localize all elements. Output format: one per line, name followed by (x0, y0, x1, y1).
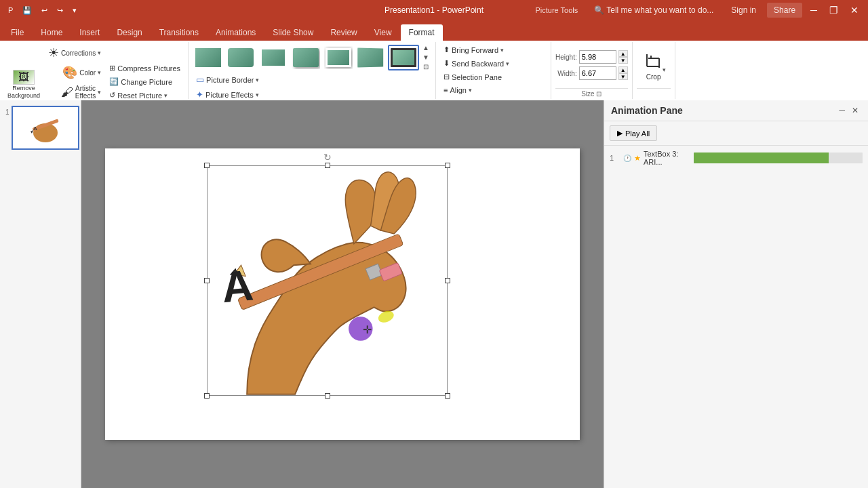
customize-qat[interactable]: ▾ (70, 5, 79, 16)
pic-style-3[interactable] (258, 45, 289, 70)
tab-slide-show[interactable]: Slide Show (264, 24, 321, 41)
corrections-button[interactable]: ☀ Corrections ▾ (45, 43, 104, 62)
animation-list: 1 🕐 ★ TextBox 3: ARI... (604, 146, 868, 488)
size-group-label: Size ⊡ (555, 88, 628, 98)
play-all-button[interactable]: ▶ Play All (610, 125, 657, 141)
slide-thumbnail[interactable]: A (12, 106, 79, 150)
tab-insert[interactable]: Insert (71, 24, 108, 41)
pic-style-2[interactable] (225, 45, 256, 70)
tab-design[interactable]: Design (108, 24, 150, 41)
slide-canvas[interactable]: 1 ↻ (105, 148, 580, 440)
tab-file[interactable]: File (3, 24, 32, 41)
gallery-more[interactable]: ⊡ (420, 62, 431, 71)
change-picture-button[interactable]: 🔄 Change Picture (106, 75, 184, 88)
bring-forward-button[interactable]: ⬆ Bring Forward ▾ (440, 43, 507, 56)
compress-label: Compress Pictures (117, 64, 180, 73)
animation-pane-header: Animation Pane ─ ✕ (604, 100, 868, 121)
cursor-indicator: ✛ (363, 323, 372, 336)
corrections-label: Corrections (61, 49, 96, 57)
slide-panel: 1 ★ A (0, 100, 81, 488)
gallery-scroll-down[interactable]: ▼ (420, 53, 431, 62)
handle-top-right[interactable] (445, 163, 450, 168)
change-icon: 🔄 (109, 77, 119, 86)
tab-animations[interactable]: Animations (208, 24, 264, 41)
tab-view[interactable]: View (366, 24, 400, 41)
width-input[interactable] (579, 66, 616, 80)
height-up[interactable]: ▲ (618, 50, 628, 57)
remove-background-button[interactable]: 🖼 RemoveBackground (4, 68, 43, 102)
ribbon-group-crop: ▾ Crop (633, 42, 675, 99)
rotate-handle[interactable]: ↻ (322, 152, 333, 163)
anim-bar-container (694, 152, 863, 163)
pic-style-1[interactable] (193, 45, 224, 70)
handle-bottom-right[interactable] (445, 393, 450, 399)
selection-pane-label: Selection Pane (452, 73, 502, 81)
adjust-content: 🖼 RemoveBackground ☀ Corrections ▾ 🎨 Col… (4, 43, 184, 102)
pic-style-5[interactable] (323, 45, 354, 70)
crop-button[interactable]: ▾ Crop (637, 47, 671, 84)
animation-pane-collapse[interactable]: ─ (836, 104, 848, 117)
save-qat[interactable]: 💾 (20, 5, 35, 16)
height-down[interactable]: ▼ (618, 57, 628, 64)
tab-transitions[interactable]: Transitions (151, 24, 207, 41)
selection-border (207, 165, 448, 396)
size-content: Height: ▲ ▼ Width: ▲ ▼ (555, 43, 628, 87)
handle-bottom-middle[interactable] (325, 393, 330, 399)
anim-item-number: 1 (610, 154, 620, 162)
handle-bottom-left[interactable] (204, 393, 210, 399)
tab-format[interactable]: Format (401, 24, 443, 41)
title-bar-left: P 💾 ↩ ↪ ▾ (5, 5, 79, 16)
reset-icon: ↺ (109, 91, 115, 100)
width-up[interactable]: ▲ (618, 66, 628, 73)
tell-me[interactable]: 🔍 Tell me what you want to do... (587, 3, 720, 18)
undo-qat[interactable]: ↩ (39, 5, 50, 16)
artistic-effects-button[interactable]: 🖌 ArtisticEffects ▾ (45, 83, 104, 102)
handle-top-left[interactable] (204, 163, 210, 168)
tab-home[interactable]: Home (33, 24, 71, 41)
animation-pane-close[interactable]: ✕ (849, 104, 861, 117)
sign-in-button[interactable]: Sign in (724, 3, 763, 18)
main-area: 1 ★ A (0, 100, 868, 488)
pic-style-7[interactable] (388, 45, 419, 70)
title-bar-right: Picture Tools 🔍 Tell me what you want to… (535, 3, 863, 18)
align-label: Align (450, 86, 466, 94)
gallery-scroll-up[interactable]: ▲ (420, 43, 431, 52)
picture-effects-button[interactable]: ✦ Picture Effects ▾ (193, 87, 431, 102)
close-button[interactable]: ✕ (846, 3, 863, 17)
minimize-button[interactable]: ─ (806, 3, 821, 17)
canvas-area: 1 ↻ (81, 100, 604, 488)
redo-qat[interactable]: ↪ (54, 5, 66, 16)
tell-me-label: Tell me what you want to do... (606, 5, 713, 15)
tab-review[interactable]: Review (322, 24, 365, 41)
color-button[interactable]: 🎨 Color ▾ (45, 63, 104, 82)
align-button[interactable]: ≡ Align ▾ (440, 84, 475, 96)
artistic-effects-label: ArtisticEffects (75, 85, 96, 100)
height-input[interactable] (579, 50, 616, 64)
selected-image[interactable]: ↻ (207, 165, 448, 396)
remove-bg-label: RemoveBackground (7, 85, 40, 100)
anim-star-icon: ★ (634, 154, 641, 163)
selection-pane-button[interactable]: ⊟ Selection Pane (440, 70, 505, 83)
width-down[interactable]: ▼ (618, 73, 628, 80)
handle-middle-right[interactable] (445, 278, 450, 283)
color-label: Color (79, 69, 96, 77)
play-icon: ▶ (617, 129, 623, 138)
ribbon-tabs: File Home Insert Design Transitions Anim… (0, 20, 868, 41)
app-title: Presentation1 - PowerPoint (384, 5, 484, 15)
pic-style-6[interactable] (355, 45, 387, 70)
compress-pictures-button[interactable]: ⊞ Compress Pictures (106, 62, 184, 75)
share-button[interactable]: Share (767, 3, 802, 18)
animation-item-1[interactable]: 1 🕐 ★ TextBox 3: ARI... (607, 148, 865, 167)
crop-icon (644, 52, 663, 70)
effects-icon: ✦ (196, 89, 203, 100)
pic-style-4[interactable] (290, 45, 321, 70)
reset-label: Reset Picture (117, 92, 162, 100)
handle-top-middle[interactable] (325, 163, 330, 168)
handle-middle-left[interactable] (204, 278, 210, 283)
restore-button[interactable]: ❐ (825, 3, 842, 17)
picture-effects-label: Picture Effects (205, 91, 254, 99)
selection-pane-icon: ⊟ (443, 73, 450, 81)
picture-border-button[interactable]: ▭ Picture Border ▾ (193, 73, 431, 87)
app-icon[interactable]: P (5, 5, 16, 16)
send-backward-button[interactable]: ⬇ Send Backward ▾ (440, 57, 513, 70)
